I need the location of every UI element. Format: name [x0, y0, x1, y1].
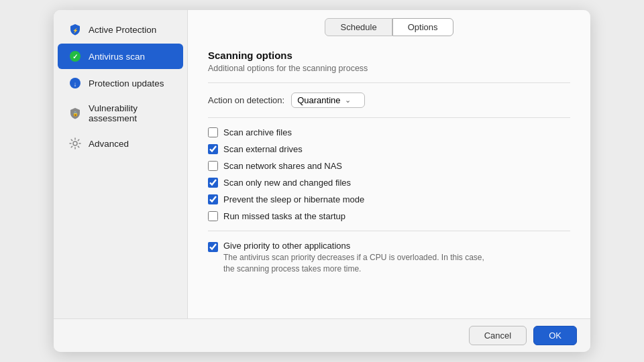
sidebar-item-label: Vulnerability assessment — [89, 103, 172, 123]
action-row: Action on detection: Quarantine ⌄ — [208, 93, 570, 108]
scan-network-label: Scan network shares and NAS — [223, 161, 342, 171]
svg-text:⚡: ⚡ — [72, 27, 78, 34]
shield-blue-icon: ⚡ — [68, 23, 82, 36]
section-subtitle: Additional options for the scanning proc… — [208, 64, 570, 73]
scan-archive-checkbox[interactable] — [208, 127, 218, 137]
window-body: ⚡ Active Protection ✓ Antivirus scan — [54, 10, 590, 318]
svg-text:🔒: 🔒 — [72, 111, 78, 117]
svg-text:✓: ✓ — [72, 53, 78, 60]
sidebar: ⚡ Active Protection ✓ Antivirus scan — [54, 10, 188, 318]
download-blue-icon: ↓ — [68, 76, 82, 90]
run-missed-label: Run missed tasks at the startup — [223, 211, 345, 221]
scan-network-checkbox[interactable] — [208, 161, 218, 171]
sidebar-item-antivirus-scan[interactable]: ✓ Antivirus scan — [58, 44, 183, 69]
checkbox-item-scan-archive[interactable]: Scan archive files — [208, 127, 570, 137]
gear-icon — [68, 137, 82, 150]
tabs-bar: Schedule Options — [188, 10, 590, 36]
circle-green-icon: ✓ — [68, 50, 82, 63]
prevent-sleep-label: Prevent the sleep or hibernate mode — [223, 194, 364, 204]
sidebar-item-protection-updates[interactable]: ↓ Protection updates — [58, 70, 183, 96]
cancel-button[interactable]: Cancel — [469, 326, 527, 345]
sidebar-item-vulnerability-assessment[interactable]: 🔒 Vulnerability assessment — [58, 97, 183, 129]
main-window: ⚡ Active Protection ✓ Antivirus scan — [54, 10, 590, 352]
divider-bottom — [208, 231, 570, 231]
priority-title: Give priority to other applications — [223, 241, 484, 251]
checkbox-list: Scan archive files Scan external drives … — [208, 127, 570, 221]
dropdown-value: Quarantine — [297, 95, 340, 105]
scan-archive-label: Scan archive files — [223, 127, 292, 137]
priority-section: Give priority to other applications The … — [208, 241, 570, 275]
scan-new-changed-checkbox[interactable] — [208, 178, 218, 188]
svg-text:↓: ↓ — [74, 80, 77, 88]
divider-top — [208, 82, 570, 83]
checkbox-item-scan-network[interactable]: Scan network shares and NAS — [208, 161, 570, 171]
sidebar-item-label: Protection updates — [89, 78, 164, 88]
checkbox-item-prevent-sleep[interactable]: Prevent the sleep or hibernate mode — [208, 194, 570, 204]
main-content: Schedule Options Scanning options Additi… — [188, 10, 590, 318]
scan-external-checkbox[interactable] — [208, 144, 218, 154]
prevent-sleep-checkbox[interactable] — [208, 194, 218, 204]
checkbox-item-scan-new-changed[interactable]: Scan only new and changed files — [208, 178, 570, 188]
svg-point-6 — [73, 141, 77, 145]
content-area: Scanning options Additional options for … — [188, 36, 590, 318]
section-title: Scanning options — [208, 50, 570, 61]
divider-mid — [208, 117, 570, 118]
checkbox-item-scan-external[interactable]: Scan external drives — [208, 144, 570, 154]
sidebar-item-label: Antivirus scan — [89, 52, 145, 62]
scan-external-label: Scan external drives — [223, 144, 303, 154]
priority-desc: The antivirus scan priority decreases if… — [223, 252, 484, 275]
action-label: Action on detection: — [208, 95, 284, 105]
ok-button[interactable]: OK — [533, 326, 577, 345]
sidebar-item-advanced[interactable]: Advanced — [58, 131, 183, 156]
sidebar-item-label: Advanced — [89, 139, 129, 149]
give-priority-checkbox[interactable] — [208, 242, 218, 252]
sidebar-item-label: Active Protection — [89, 25, 156, 35]
scan-new-changed-label: Scan only new and changed files — [223, 178, 351, 188]
checkbox-item-run-missed[interactable]: Run missed tasks at the startup — [208, 211, 570, 221]
sidebar-item-active-protection[interactable]: ⚡ Active Protection — [58, 17, 183, 42]
chevron-down-icon: ⌄ — [345, 96, 351, 105]
priority-text: Give priority to other applications The … — [223, 241, 484, 275]
tab-options[interactable]: Options — [392, 18, 453, 36]
shield-lock-icon: 🔒 — [68, 107, 82, 120]
run-missed-checkbox[interactable] — [208, 211, 218, 221]
quarantine-select[interactable]: Quarantine ⌄ — [291, 93, 365, 108]
footer: Cancel OK — [54, 318, 590, 352]
tab-schedule[interactable]: Schedule — [325, 18, 392, 36]
